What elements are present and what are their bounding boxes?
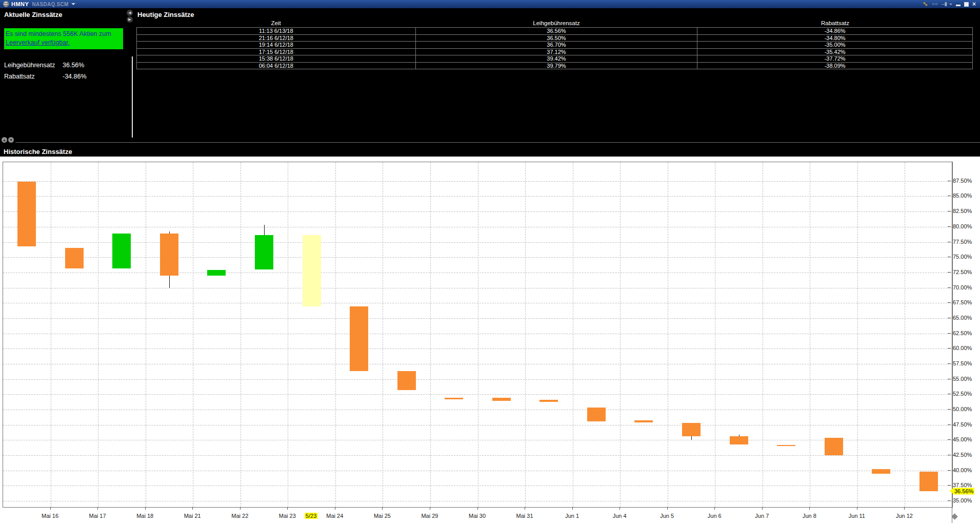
table-cell[interactable]: 19:14 6/12/18: [137, 42, 416, 49]
y-axis-tick-label: 75.00%: [953, 254, 972, 260]
window-titlebar[interactable]: HMNY NASDAQ.SCM 🔧︎ ○○ –▮ ×: [0, 0, 980, 8]
splitter-up-button[interactable]: ▲: [2, 137, 7, 143]
v-gridline: [98, 162, 98, 507]
candle[interactable]: [65, 248, 84, 268]
table-cell[interactable]: 15:38 6/12/18: [137, 55, 416, 63]
table-cell[interactable]: 39.42%: [415, 55, 697, 63]
table-cell[interactable]: 37.12%: [415, 48, 697, 55]
table-cell[interactable]: 17:15 6/12/18: [137, 48, 416, 55]
badge-value: 36.56%: [953, 488, 974, 494]
table-cell[interactable]: -35.00%: [697, 42, 973, 49]
today-table-header: Zeit Leihgebührensatz Rabattsatz: [136, 20, 973, 26]
vertical-panel-separator[interactable]: [132, 56, 133, 138]
x-tick: [192, 507, 193, 510]
table-cell[interactable]: 11:13 6/13/18: [137, 28, 416, 35]
candle[interactable]: [634, 420, 653, 422]
collapse-left-button[interactable]: ◀: [127, 10, 133, 16]
y-axis-tick-label: 35.00%: [953, 497, 972, 503]
pin-dropdown-caret-icon[interactable]: [949, 4, 952, 5]
x-axis-tick-label: Mai 23: [279, 513, 296, 519]
candle[interactable]: [919, 472, 938, 491]
table-cell[interactable]: 06:04 6/12/18: [137, 62, 416, 69]
symbol-dropdown-caret-icon[interactable]: [71, 3, 75, 5]
candle[interactable]: [112, 234, 131, 268]
y-tick: [948, 272, 951, 273]
table-row[interactable]: 15:38 6/12/1839.42%-37.72%: [137, 55, 973, 63]
maximize-button[interactable]: [964, 2, 969, 7]
link-group-icon[interactable]: ○○: [932, 0, 938, 8]
candle[interactable]: [682, 423, 701, 436]
minimize-button[interactable]: [956, 2, 961, 7]
x-tick: [714, 507, 715, 510]
v-gridline: [288, 162, 288, 507]
shortable-banner: Es sind mindestens 556K Aktien zum Leerv…: [4, 28, 123, 49]
candle[interactable]: [587, 408, 606, 421]
table-row[interactable]: 17:15 6/12/1837.12%-35.42%: [137, 48, 973, 55]
current-rate-axis-badge: 36.56%: [950, 488, 974, 494]
table-cell[interactable]: -38.09%: [697, 62, 973, 69]
y-axis-tick-label: 70.00%: [953, 284, 972, 290]
table-cell[interactable]: -34.86%: [697, 28, 973, 35]
table-row[interactable]: 11:13 6/13/1836.56%-34.86%: [137, 28, 973, 35]
table-cell[interactable]: 36.70%: [415, 42, 697, 49]
v-gridline: [193, 162, 193, 507]
y-tick: [948, 211, 951, 211]
x-axis-tick-label: Mai 18: [136, 513, 153, 519]
candle[interactable]: [160, 234, 178, 276]
v-gridline: [51, 162, 51, 507]
pin-icon[interactable]: –▮: [942, 0, 947, 8]
table-row[interactable]: 21:16 6/12/1836.50%-34.80%: [137, 34, 973, 42]
y-tick: [948, 439, 951, 440]
y-tick: [948, 242, 951, 242]
candle[interactable]: [445, 398, 463, 399]
table-cell[interactable]: 36.50%: [415, 34, 697, 42]
x-axis-tick-label: Mai 24: [326, 513, 343, 519]
candle[interactable]: [539, 400, 558, 402]
candlestick-plot-area[interactable]: [3, 162, 953, 508]
table-row[interactable]: 06:04 6/12/1839.79%-38.09%: [137, 62, 973, 69]
table-cell[interactable]: -37.72%: [697, 55, 973, 63]
y-tick: [948, 318, 951, 318]
y-axis-tick-label: 50.00%: [953, 406, 972, 412]
table-cell[interactable]: -35.42%: [697, 48, 973, 55]
candle[interactable]: [17, 182, 36, 246]
today-rates-title: Heutige Zinssätze: [137, 11, 194, 18]
candle[interactable]: [825, 438, 843, 455]
y-tick: [948, 394, 951, 394]
candle[interactable]: [872, 469, 890, 473]
historical-rates-chart: 36.56% 87.50%85.00%82.50%80.00%77.50%75.…: [0, 157, 980, 523]
v-gridline: [241, 162, 241, 507]
candle[interactable]: [350, 306, 368, 371]
splitter-down-button[interactable]: ▼: [8, 137, 14, 143]
table-cell[interactable]: 36.56%: [415, 28, 697, 35]
table-cell[interactable]: 39.79%: [415, 62, 697, 69]
y-tick: [948, 500, 951, 501]
v-gridline: [810, 162, 810, 507]
y-tick: [948, 287, 951, 288]
candle[interactable]: [397, 371, 416, 390]
y-axis-tick-label: 55.00%: [953, 376, 972, 382]
candle[interactable]: [492, 398, 511, 401]
candle[interactable]: [255, 235, 273, 269]
x-axis-tick-label: Jun 12: [896, 513, 913, 519]
x-axis-tick-label: Mai 31: [516, 513, 533, 519]
banner-line2: Leerverkauf verfügbar.: [6, 38, 122, 47]
settings-wrench-icon[interactable]: 🔧︎: [923, 0, 928, 8]
y-tick: [948, 257, 951, 257]
expand-right-button[interactable]: ▶: [127, 16, 133, 23]
horizontal-splitter[interactable]: [15, 142, 980, 143]
app-window: { "window": { "symbol": "HMNY", "exchang…: [0, 0, 980, 523]
x-axis-tick-label: Mai 29: [421, 513, 438, 519]
historical-rates-title: Historische Zinssätze: [4, 148, 72, 156]
candle[interactable]: [777, 445, 795, 446]
chart-nav-diamond-icon[interactable]: [951, 513, 958, 520]
candle[interactable]: [207, 270, 226, 276]
close-button[interactable]: ×: [972, 1, 976, 8]
table-cell[interactable]: 21:16 6/12/18: [137, 34, 416, 42]
candle-selected[interactable]: [303, 235, 321, 306]
table-row[interactable]: 19:14 6/12/1836.70%-35.00%: [137, 42, 973, 49]
candle[interactable]: [730, 436, 748, 444]
x-tick: [50, 507, 51, 510]
table-cell[interactable]: -34.80%: [697, 34, 973, 42]
y-axis-tick-label: 62.50%: [953, 330, 972, 336]
